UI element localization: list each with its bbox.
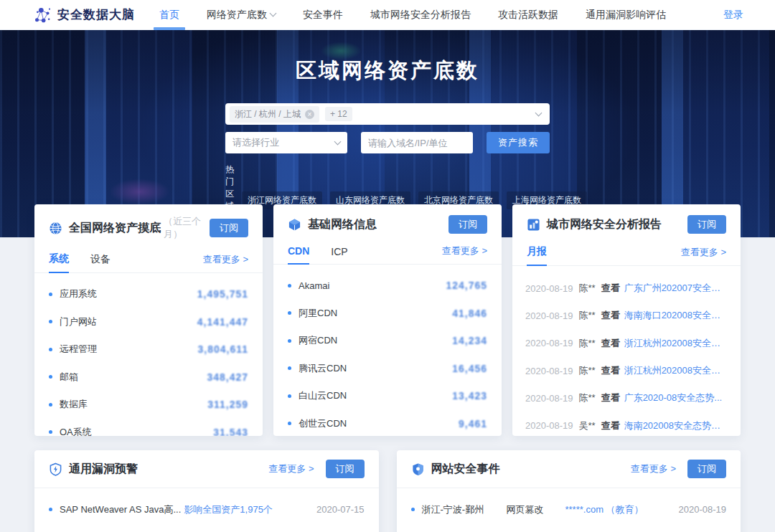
stat-value: 3,804,611 — [197, 343, 248, 355]
stat-value: 311,259 — [207, 399, 248, 410]
tab-icp[interactable]: ICP — [331, 243, 347, 264]
bullet-icon — [49, 508, 52, 511]
content-area: 全国网络资产摸底 （近三个月） 订阅 系统 设备 查看更多 > 应用系统 1,4… — [34, 204, 741, 532]
tab-device[interactable]: 设备 — [90, 250, 111, 272]
report-list: 2020-08-19 陈** 查看 广东广州202007安全态... 2020-… — [512, 275, 741, 436]
report-link[interactable]: 浙江杭州202008安全态... — [624, 337, 728, 350]
list-item: 创世云CDN 9,461 — [288, 410, 487, 437]
bullet-icon — [288, 284, 291, 288]
card-basic-network: 基础网络信息 订阅 CDN ICP 查看更多 > Akamai 124,765 … — [273, 204, 502, 436]
list-item: 2020-08-19 陈** 查看 广东广州202007安全态... — [525, 275, 728, 302]
bullet-icon — [49, 293, 52, 296]
subscribe-button[interactable]: 订阅 — [687, 460, 726, 478]
chevron-down-icon — [535, 109, 542, 116]
stat-list: 应用系统 1,495,751 门户网站 4,141,447 远程管理 3,804… — [34, 280, 263, 436]
report-link[interactable]: 广东广州202007安全态... — [624, 282, 728, 295]
card-title: 网站安全事件 — [431, 462, 500, 477]
view-more-link[interactable]: 查看更多 > — [442, 244, 487, 264]
subscribe-button[interactable]: 订阅 — [326, 460, 365, 478]
list-item: 2020-08-19 陈** 查看 广东2020-08安全态势... — [525, 384, 728, 412]
site-link[interactable]: *****.com （教育） — [565, 503, 644, 516]
list-item: 2020-08-19 陈** 查看 浙江杭州202008安全态... — [525, 330, 728, 357]
shield-icon — [411, 462, 425, 476]
top-navbar: 安全数据大脑 首页 网络资产底数 安全事件 城市网络安全分析报告 攻击活跃数据 … — [0, 0, 775, 30]
bolt-shield-icon — [49, 462, 62, 476]
nav-item-security-events[interactable]: 安全事件 — [303, 0, 343, 30]
tab-system[interactable]: 系统 — [49, 250, 69, 273]
list-item: 河南-郑州 网页篡改 *****.com （教育） 2020-08-19 — [411, 525, 727, 532]
card-title: 通用漏洞预警 — [69, 462, 138, 477]
card-city-reports: 城市网络安全分析报告 订阅 月报 查看更多 > 2020-08-19 陈** 查… — [512, 204, 741, 436]
report-link[interactable]: 海南海口202008安全态... — [624, 309, 728, 322]
report-link[interactable]: 浙江杭州202008安全态... — [624, 364, 728, 377]
nav-item-attack-data[interactable]: 攻击活跃数据 — [498, 0, 558, 30]
chevron-down-icon — [270, 10, 277, 17]
list-item: 浙江-宁波-鄞州 网页篡改 *****.com （教育） 2020-08-19 — [411, 494, 727, 525]
view-more-link[interactable]: 查看更多 > — [631, 462, 676, 475]
card-tabs: 系统 设备 查看更多 > — [34, 250, 263, 273]
card-web-incidents: 网站安全事件 查看更多 > 订阅 浙江-宁波-鄞州 网页篡改 *****.com… — [397, 450, 741, 532]
region-select[interactable]: 浙江 / 杭州 / 上城 × + 12 — [225, 103, 550, 125]
list-item: 数据库 311,259 — [49, 391, 248, 419]
stat-value: 4,141,447 — [197, 316, 248, 328]
nav-menu: 首页 网络资产底数 安全事件 城市网络安全分析报告 攻击活跃数据 通用漏洞影响评… — [159, 0, 666, 30]
bullet-icon — [288, 339, 291, 343]
industry-select[interactable]: 请选择行业 — [225, 132, 347, 153]
stat-value: 348,427 — [207, 371, 248, 383]
card-national-assets: 全国网络资产摸底 （近三个月） 订阅 系统 设备 查看更多 > 应用系统 1,4… — [34, 204, 263, 436]
logo-text: 安全数据大脑 — [57, 6, 135, 23]
chevron-down-icon — [334, 138, 342, 145]
remove-region-icon[interactable]: × — [305, 110, 314, 119]
card-vuln-alerts: 通用漏洞预警 查看更多 > 订阅 SAP NetWeaver AS Java高.… — [34, 450, 379, 532]
bullet-icon — [288, 422, 291, 425]
subscribe-button[interactable]: 订阅 — [210, 219, 248, 237]
bullet-icon — [411, 508, 415, 511]
bullet-icon — [49, 403, 52, 407]
list-item: 白山云CDN 13,423 — [288, 382, 487, 410]
view-more-link[interactable]: 查看更多 > — [681, 246, 726, 265]
tab-cdn[interactable]: CDN — [288, 242, 309, 265]
nav-item-assets[interactable]: 网络资产底数 — [207, 0, 276, 30]
nav-item-city-reports[interactable]: 城市网络安全分析报告 — [370, 0, 471, 30]
asset-search-button[interactable]: 资产搜索 — [487, 132, 550, 153]
region-tag: 浙江 / 杭州 / 上城 × — [230, 106, 319, 123]
subscribe-button[interactable]: 订阅 — [687, 215, 726, 234]
page-title: 区域网络资产底数 — [0, 30, 775, 85]
top-cards-row: 全国网络资产摸底 （近三个月） 订阅 系统 设备 查看更多 > 应用系统 1,4… — [34, 204, 741, 436]
list-item: 邮箱 348,427 — [49, 364, 248, 391]
list-item: 腾讯云CDN 16,456 — [288, 355, 487, 383]
stat-value: 124,765 — [446, 280, 487, 291]
stat-value: 1,495,751 — [197, 288, 248, 300]
list-item: 2020-08-19 陈** 查看 浙江杭州202008安全态... — [525, 357, 728, 384]
bullet-icon — [288, 394, 291, 398]
list-item: Akamai 124,765 — [288, 272, 487, 300]
view-more-link[interactable]: 查看更多 > — [268, 462, 314, 475]
login-link[interactable]: 登录 — [723, 9, 743, 22]
stat-value: 13,423 — [452, 390, 487, 402]
logo-network-icon — [32, 4, 53, 26]
tab-monthly-report[interactable]: 月报 — [527, 242, 547, 266]
bullet-icon — [49, 430, 52, 434]
domain-ip-input[interactable] — [361, 132, 473, 153]
stat-value: 16,456 — [452, 363, 487, 374]
card-tabs: CDN ICP 查看更多 > — [273, 242, 502, 265]
list-item: 门户网站 4,141,447 — [49, 308, 248, 336]
impact-link[interactable]: 影响全国资产1,975个 — [184, 503, 273, 516]
report-link[interactable]: 广东2020-08安全态势... — [624, 391, 723, 404]
report-icon — [527, 218, 540, 232]
stat-list: Akamai 124,765 阿里CDN 41,846 网宿CDN 14,234… — [273, 272, 502, 436]
bullet-icon — [49, 320, 52, 323]
list-item: 网宿CDN 14,234 — [288, 327, 487, 355]
stat-value: 31,543 — [213, 427, 248, 436]
bottom-cards-row: 通用漏洞预警 查看更多 > 订阅 SAP NetWeaver AS Java高.… — [34, 450, 741, 532]
list-item: 远程管理 3,804,611 — [49, 336, 248, 364]
subscribe-button[interactable]: 订阅 — [448, 215, 487, 234]
logo[interactable]: 安全数据大脑 — [32, 4, 135, 26]
nav-item-home[interactable]: 首页 — [159, 0, 179, 30]
bullet-icon — [49, 375, 52, 379]
nav-item-vuln-impact[interactable]: 通用漏洞影响评估 — [586, 0, 666, 30]
view-more-link[interactable]: 查看更多 > — [203, 253, 248, 272]
card-subtitle: （近三个月） — [164, 215, 210, 241]
report-link[interactable]: 海南202008安全态势月... — [624, 419, 728, 432]
list-item: SAP NetWeaver AS Java高... 影响全国资产1,975个 2… — [49, 494, 365, 525]
